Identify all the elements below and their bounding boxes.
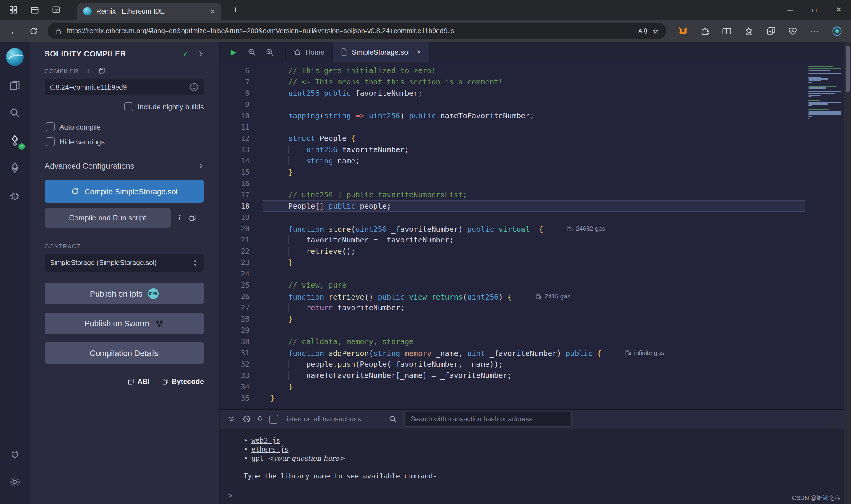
page-scrollbar[interactable] (845, 42, 851, 504)
code-line[interactable]: // <- This means that this section is a … (263, 76, 805, 87)
code-line[interactable]: } (263, 381, 805, 392)
code-line[interactable] (263, 325, 805, 336)
solidity-compiler-icon[interactable]: ✓ (4, 129, 25, 151)
publish-ipfs-button[interactable]: Publish on Ipfs IPFS (44, 283, 204, 304)
compile-button[interactable]: Compile SimpleStorage.sol (44, 180, 204, 203)
new-tab-button[interactable]: + (228, 4, 242, 15)
advanced-configurations[interactable]: Advanced Configurations (44, 162, 204, 170)
code-line[interactable]: mapping(string => uint256) public nameTo… (263, 110, 805, 121)
tab-close-icon[interactable]: ✕ (210, 8, 215, 15)
code-line[interactable]: retrieve(); (263, 246, 805, 257)
split-screen-icon[interactable] (719, 22, 735, 39)
plugin-manager-icon[interactable] (4, 444, 25, 466)
extensions-puzzle-icon[interactable] (696, 22, 713, 39)
metamask-icon[interactable] (674, 22, 691, 39)
code-line[interactable] (263, 212, 805, 223)
code-line[interactable]: } (263, 313, 805, 325)
code-line[interactable]: function addPerson(string memory _name, … (263, 347, 805, 358)
workspaces-icon[interactable] (26, 3, 43, 17)
terminal-lib-item[interactable]: •ethers.js (244, 445, 851, 453)
minimize-button[interactable]: — (778, 0, 802, 20)
minimap[interactable] (805, 65, 851, 409)
publish-swarm-button[interactable]: Publish on Swarm (44, 312, 204, 334)
scrollbar-thumb[interactable] (846, 46, 850, 92)
hide-warnings-checkbox[interactable] (46, 137, 55, 146)
copy-script-icon[interactable] (188, 214, 196, 222)
copilot-sidebar-icon[interactable] (829, 22, 845, 39)
remix-logo[interactable] (5, 47, 25, 67)
code-line[interactable] (263, 178, 805, 189)
panel-chevron-right-icon[interactable] (197, 51, 204, 57)
load-compiler-icon[interactable] (98, 67, 105, 74)
code-editor[interactable]: 6789101112131415161718192021222324252627… (220, 62, 851, 409)
auto-compile-checkbox[interactable] (46, 122, 55, 131)
settings-gear-icon[interactable] (4, 471, 25, 493)
tab-actions-icon[interactable] (5, 3, 21, 17)
collections-icon[interactable] (762, 22, 779, 39)
code-line[interactable]: // calldata, memory, storage (263, 336, 805, 347)
terminal-output[interactable]: •web3.js •ethers.js •gpt <your question … (220, 429, 851, 504)
clear-console-icon[interactable] (242, 415, 251, 423)
compile-and-run-button[interactable]: Compile and Run script (44, 208, 170, 228)
terminal-lib-item[interactable]: •web3.js (244, 436, 851, 445)
terminal-prompt[interactable]: > (228, 491, 232, 500)
code-line[interactable]: } (263, 392, 805, 403)
code-line[interactable]: } (263, 166, 805, 178)
favorite-star-icon[interactable]: ☆ (652, 26, 659, 35)
tab-file-close-icon[interactable]: ✕ (416, 49, 421, 55)
code-line[interactable]: // This gets initialized to zero! (263, 65, 805, 76)
code-line[interactable]: function retrieve() public view returns(… (263, 291, 805, 302)
run-script-play-icon[interactable]: ▶ (225, 42, 242, 62)
settings-menu-icon[interactable]: ⋯ (807, 22, 823, 39)
include-nightly-checkbox[interactable] (124, 102, 133, 111)
tab-search-icon[interactable] (48, 3, 64, 17)
browser-essentials-icon[interactable] (784, 22, 801, 39)
deploy-run-icon[interactable] (4, 156, 25, 179)
code-line[interactable]: function store(uint256 _favoriteNumber) … (263, 223, 805, 234)
read-aloud-icon[interactable]: A (638, 27, 648, 35)
refresh-icon[interactable] (25, 22, 41, 39)
copy-abi-button[interactable]: ABI (127, 377, 150, 386)
code-line[interactable] (263, 268, 805, 279)
web3-link[interactable]: web3.js (251, 436, 280, 445)
maximize-button[interactable]: □ (802, 0, 827, 20)
code-line[interactable]: } (263, 257, 805, 268)
code-line[interactable]: // view, pure (263, 279, 805, 291)
address-bar[interactable]: https://remix.ethereum.org/#lang=en&opti… (48, 22, 666, 39)
code-line[interactable]: People[] public people; (263, 200, 805, 212)
compilation-details-button[interactable]: Compilation Details (44, 342, 204, 364)
favorites-bar-icon[interactable] (740, 22, 757, 39)
listen-transactions-checkbox[interactable] (269, 415, 278, 424)
terminal-lib-item[interactable]: •gpt <your question here> (244, 454, 851, 463)
code-line[interactable]: nameToFavoriteNumber[_name] = _favoriteN… (263, 370, 805, 381)
back-icon[interactable]: ← (6, 22, 22, 39)
url-text[interactable]: https://remix.ethereum.org/#lang=en&opti… (67, 27, 633, 35)
info-icon[interactable]: i (178, 213, 180, 222)
tab-simplestorage[interactable]: SimpleStorage.sol ✕ (333, 42, 430, 62)
code-line[interactable]: uint256 public favoriteNumber; (263, 87, 805, 98)
code-line[interactable]: favoriteNumber = _favoriteNumber; (263, 234, 805, 246)
code-line[interactable]: struct People { (263, 132, 805, 144)
zoom-out-icon[interactable] (242, 42, 260, 62)
browser-tab[interactable]: Remix - Ethereum IDE ✕ (77, 3, 221, 20)
collapse-terminal-icon[interactable] (227, 415, 235, 423)
search-icon[interactable] (4, 102, 25, 124)
code-line[interactable]: people.push(People(_favoriteNumber, _nam… (263, 358, 805, 370)
code-line[interactable]: // uint256[] public favoriteNumbersList; (263, 189, 805, 200)
contract-select[interactable]: SimpleStorage (SimpleStorage.sol) (44, 254, 204, 272)
code-line[interactable]: string name; (263, 155, 805, 166)
tab-home[interactable]: Home (285, 42, 333, 62)
add-compiler-icon[interactable]: + (86, 66, 91, 75)
code-lines[interactable]: // This gets initialized to zero! // <- … (263, 65, 805, 409)
file-explorer-icon[interactable] (4, 74, 25, 97)
copy-bytecode-button[interactable]: Bytecode (162, 377, 204, 386)
compiler-version-select[interactable]: 0.8.24+commit.e11b9ed9 (44, 79, 204, 95)
debugger-icon[interactable] (4, 184, 25, 206)
transaction-search-input[interactable] (404, 412, 572, 427)
zoom-in-icon[interactable] (260, 42, 278, 62)
code-line[interactable]: return favoriteNumber; (263, 302, 805, 313)
close-button[interactable]: ✕ (827, 0, 851, 20)
code-line[interactable] (263, 98, 805, 110)
code-line[interactable] (263, 121, 805, 132)
ethers-link[interactable]: ethers.js (251, 445, 289, 453)
